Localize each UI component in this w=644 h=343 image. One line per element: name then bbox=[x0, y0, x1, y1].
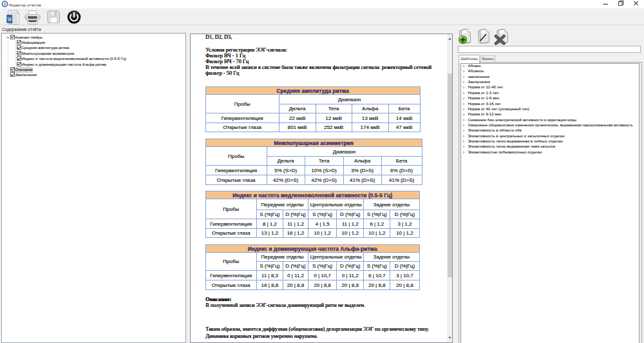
svg-text:W: W bbox=[7, 17, 12, 23]
